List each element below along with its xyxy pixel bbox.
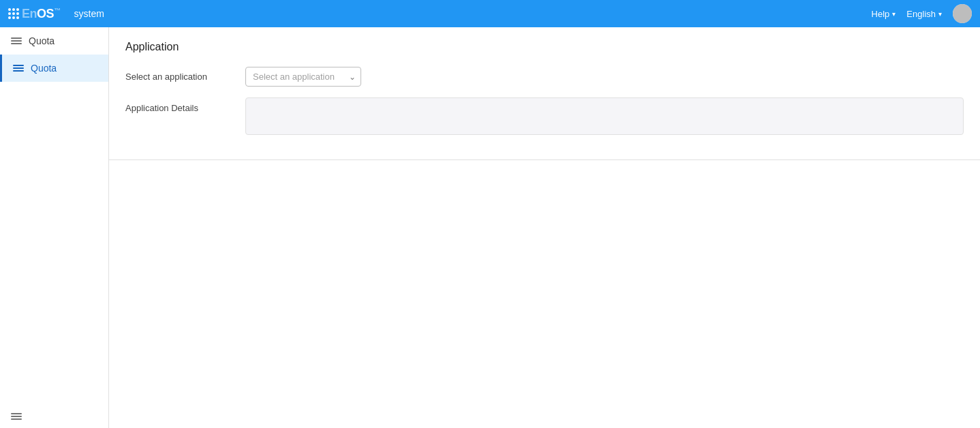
- logo-dot: [8, 16, 11, 19]
- logo-dot: [16, 12, 19, 15]
- logo-text: EnOS™: [22, 7, 61, 21]
- user-avatar[interactable]: [953, 4, 972, 23]
- select-application-row: Select an application Select an applicat…: [125, 67, 964, 87]
- navbar-right: Help ▾ English ▾: [872, 4, 972, 23]
- navbar: EnOS™ system Help ▾ English ▾: [0, 0, 980, 27]
- content-divider: [109, 159, 980, 160]
- logo-dot: [12, 12, 15, 15]
- help-label: Help: [872, 9, 890, 19]
- content-inner: Application Select an application Select…: [109, 27, 980, 159]
- select-application-wrapper: Select an application ⌄: [245, 67, 361, 87]
- help-caret-icon: ▾: [892, 10, 895, 18]
- language-label: English: [906, 9, 936, 19]
- language-menu[interactable]: English ▾: [906, 9, 942, 19]
- select-application-label: Select an application: [125, 72, 234, 82]
- logo-dot: [8, 8, 11, 11]
- logo-dot: [16, 16, 19, 19]
- sidebar-item-label: Quota: [29, 35, 55, 46]
- section-title: Application: [125, 41, 964, 53]
- content-area: Application Select an application Select…: [109, 27, 980, 428]
- sidebar-bottom: [0, 405, 108, 428]
- application-details-row: Application Details: [125, 97, 964, 135]
- logo-dots: [8, 8, 19, 19]
- sidebar-item-quota-top[interactable]: Quota: [0, 27, 108, 55]
- menu-bottom-icon[interactable]: [11, 413, 97, 420]
- language-caret-icon: ▾: [938, 10, 942, 18]
- menu-icon: [11, 37, 22, 44]
- navbar-title: system: [74, 8, 104, 19]
- application-details-box: [245, 97, 964, 135]
- logo-dot: [8, 12, 11, 15]
- logo-dot: [16, 8, 19, 11]
- menu-icon-active: [13, 65, 24, 72]
- application-details-label: Application Details: [125, 97, 234, 113]
- sidebar-item-label-active: Quota: [31, 63, 57, 74]
- select-application-dropdown[interactable]: Select an application: [245, 67, 361, 87]
- help-menu[interactable]: Help ▾: [872, 9, 896, 19]
- logo-dot: [12, 16, 15, 19]
- enos-logo: EnOS™: [8, 7, 61, 21]
- logo-en: En: [22, 7, 37, 20]
- logo-tm: ™: [54, 7, 61, 14]
- sidebar-item-quota-main[interactable]: Quota: [0, 55, 108, 82]
- main-layout: Quota Quota Application Select an applic…: [0, 27, 980, 428]
- navbar-brand: EnOS™ system: [8, 7, 104, 21]
- avatar-image: [953, 4, 972, 23]
- sidebar: Quota Quota: [0, 27, 109, 428]
- logo-dot: [12, 8, 15, 11]
